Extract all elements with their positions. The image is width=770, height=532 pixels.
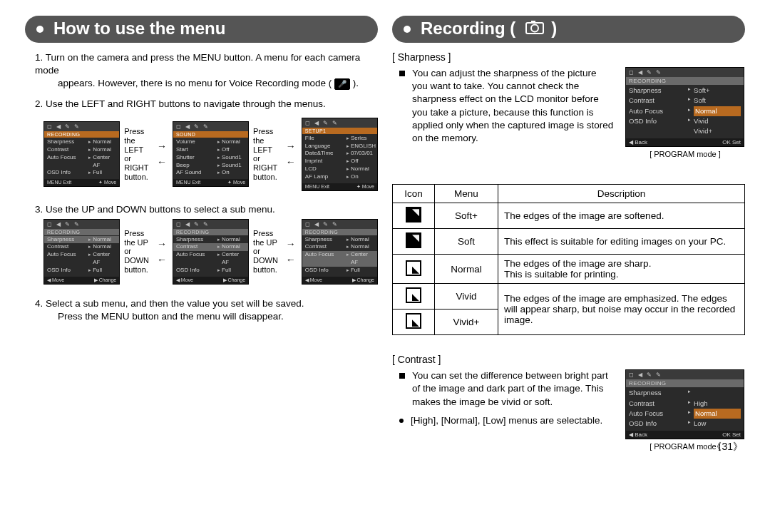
table-row: Soft+ The edges of the image are softene… [393,203,745,229]
press-ud-1: Press the UP or DOWN button. [124,229,151,274]
dot-bullet-icon [399,419,404,423]
contrast-label: [ Contrast ] [392,354,745,365]
mini-menu-sound: ◻◀✎✎ SOUND Volume▸Normal Start▸Off Shutt… [173,121,249,187]
svg-rect-2 [531,21,535,24]
menu-row-ud: ◻◀✎✎ RECORDING Sharpness▸Normal Contrast… [43,219,378,285]
contrast-lcd-menu: ◻◀✎✎ RECORDING Sharpness▸ Contrast▸High … [625,369,744,439]
press-lr-2: Press the LEFT or RIGHT button. [253,127,280,181]
contrast-desc: You can set the difference between brigh… [399,369,614,409]
sharpness-lcd-menu: ◻◀✎✎ RECORDING Sharpness▸Soft+ Contrast▸… [625,67,744,147]
table-row: Vivid The edges of the image are emphasi… [393,284,745,310]
press-ud-2: Press the UP or DOWN button. [253,229,280,274]
sharpness-table: Icon Menu Description Soft+ The edges of… [392,184,745,335]
arrow-ud-2: →← [286,239,296,265]
arrow-ud-1: →← [157,239,167,265]
left-column: How to use the menu 1. Turn on the camer… [25,16,378,451]
mini-menu-recording: ◻◀✎✎ RECORDING Sharpness▸Normal Contrast… [43,121,120,187]
step-2: 2. Use the LEFT and RIGHT buttons to nav… [35,98,378,111]
camera-icon [525,19,544,39]
title-how-to-use: How to use the menu [25,16,378,43]
title-recording: Recording ( ) [392,16,745,43]
table-row: Normal The edges of the image are sharp.… [393,255,745,284]
sharpness-caption: [ PROGRAM mode ] [625,150,745,158]
step-4: 4. Select a sub menu, and then the value… [35,297,378,323]
right-column: Recording ( ) [ Sharpness ] You can adju… [392,16,745,451]
step-1: 1. Turn on the camera and press the MENU… [35,51,378,91]
vivid-plus-icon [406,313,421,329]
normal-icon [406,260,421,276]
th-icon: Icon [393,185,435,203]
mini-menu-rec-sel3: ◻◀✎✎ RECORDING Sharpness▸Normal Contrast… [302,219,378,285]
mini-menu-rec-sel2: ◻◀✎✎ RECORDING Sharpness▸Normal Contrast… [173,219,249,285]
sharpness-desc: You can adjust the sharpness of the pict… [399,67,614,145]
arrow-lr-1: →← [157,141,167,167]
table-row: Soft This effect is suitable for editing… [393,229,745,255]
step-3: 3. Use the UP and DOWN buttons to select… [35,204,378,215]
press-lr-1: Press the LEFT or RIGHT button. [124,127,151,181]
mini-menu-rec-sel1: ◻◀✎✎ RECORDING Sharpness▸Normal Contrast… [43,219,120,285]
th-menu: Menu [435,185,498,203]
title-text: How to use the menu [53,19,225,39]
vivid-icon [406,287,421,303]
square-bullet-icon [399,373,405,379]
sharpness-label: [ Sharpness ] [392,51,745,63]
soft-plus-icon [406,207,421,222]
soft-icon [406,232,421,248]
menu-row-lr: ◻◀✎✎ RECORDING Sharpness▸Normal Contrast… [43,118,378,191]
contrast-options: [High], [Normal], [Low] menus are select… [399,414,614,427]
svg-point-1 [531,25,538,32]
arrow-lr-2: →← [286,141,296,167]
title-text: Recording ( [421,19,515,39]
page-number: 《31》 [712,441,743,454]
voice-recording-icon: 🎤 [334,78,350,90]
th-desc: Description [498,185,745,203]
mini-menu-setup: ◻◀✎✎ SETUP1 File▸Series Language▸ENGLISH… [302,118,378,191]
square-bullet-icon [399,71,405,76]
